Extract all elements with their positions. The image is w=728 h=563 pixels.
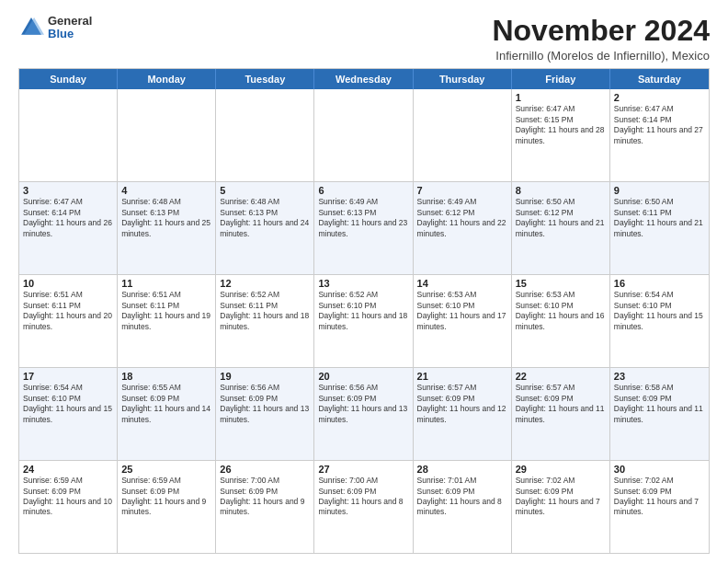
day-info: Sunrise: 6:57 AM Sunset: 6:09 PM Dayligh… [516, 383, 606, 425]
calendar-day-30: 30Sunrise: 7:02 AM Sunset: 6:09 PM Dayli… [610, 461, 709, 553]
day-info: Sunrise: 6:56 AM Sunset: 6:09 PM Dayligh… [318, 383, 408, 425]
calendar-empty-0-0 [19, 89, 118, 181]
weekday-header-thursday: Thursday [414, 69, 512, 89]
day-info: Sunrise: 6:58 AM Sunset: 6:09 PM Dayligh… [614, 383, 705, 425]
day-info: Sunrise: 6:53 AM Sunset: 6:10 PM Dayligh… [516, 290, 606, 332]
calendar-body: 1Sunrise: 6:47 AM Sunset: 6:15 PM Daylig… [19, 89, 709, 553]
day-number: 20 [318, 371, 408, 382]
day-number: 22 [516, 371, 606, 382]
day-info: Sunrise: 6:56 AM Sunset: 6:09 PM Dayligh… [220, 383, 310, 425]
day-info: Sunrise: 6:55 AM Sunset: 6:09 PM Dayligh… [121, 383, 211, 425]
subtitle: Infiernillo (Morelos de Infiernillo), Me… [492, 49, 710, 63]
calendar-day-2: 2Sunrise: 6:47 AM Sunset: 6:14 PM Daylig… [610, 89, 709, 181]
day-info: Sunrise: 6:52 AM Sunset: 6:10 PM Dayligh… [318, 290, 408, 332]
calendar-day-21: 21Sunrise: 6:57 AM Sunset: 6:09 PM Dayli… [414, 368, 512, 460]
day-number: 30 [614, 464, 705, 475]
day-info: Sunrise: 7:01 AM Sunset: 6:09 PM Dayligh… [417, 476, 507, 518]
day-number: 19 [220, 371, 310, 382]
day-number: 23 [614, 371, 705, 382]
calendar-day-17: 17Sunrise: 6:54 AM Sunset: 6:10 PM Dayli… [19, 368, 118, 460]
calendar-day-3: 3Sunrise: 6:47 AM Sunset: 6:14 PM Daylig… [19, 182, 118, 274]
day-info: Sunrise: 6:48 AM Sunset: 6:13 PM Dayligh… [220, 197, 310, 239]
calendar-day-14: 14Sunrise: 6:53 AM Sunset: 6:10 PM Dayli… [414, 275, 512, 367]
day-number: 24 [23, 464, 113, 475]
calendar-day-26: 26Sunrise: 7:00 AM Sunset: 6:09 PM Dayli… [216, 461, 314, 553]
logo-blue: Blue [48, 28, 92, 40]
calendar-day-22: 22Sunrise: 6:57 AM Sunset: 6:09 PM Dayli… [512, 368, 610, 460]
day-number: 14 [417, 278, 507, 289]
logo-text: General Blue [48, 15, 92, 41]
day-info: Sunrise: 6:52 AM Sunset: 6:11 PM Dayligh… [220, 290, 310, 332]
day-number: 10 [23, 278, 113, 289]
day-number: 5 [220, 185, 310, 196]
day-info: Sunrise: 6:59 AM Sunset: 6:09 PM Dayligh… [23, 476, 113, 518]
day-info: Sunrise: 6:50 AM Sunset: 6:12 PM Dayligh… [516, 197, 606, 239]
calendar-row-2: 10Sunrise: 6:51 AM Sunset: 6:11 PM Dayli… [19, 274, 709, 367]
calendar-row-4: 24Sunrise: 6:59 AM Sunset: 6:09 PM Dayli… [19, 460, 709, 553]
day-number: 3 [23, 185, 113, 196]
title-block: November 2024 Infiernillo (Morelos de In… [492, 15, 710, 63]
calendar-empty-0-1 [118, 89, 216, 181]
day-info: Sunrise: 6:54 AM Sunset: 6:10 PM Dayligh… [614, 290, 705, 332]
day-info: Sunrise: 7:00 AM Sunset: 6:09 PM Dayligh… [318, 476, 408, 518]
calendar-empty-0-4 [414, 89, 512, 181]
day-info: Sunrise: 6:50 AM Sunset: 6:11 PM Dayligh… [614, 197, 705, 239]
day-number: 15 [516, 278, 606, 289]
weekday-header-friday: Friday [512, 69, 610, 89]
day-info: Sunrise: 6:54 AM Sunset: 6:10 PM Dayligh… [23, 383, 113, 425]
calendar-day-15: 15Sunrise: 6:53 AM Sunset: 6:10 PM Dayli… [512, 275, 610, 367]
day-info: Sunrise: 7:02 AM Sunset: 6:09 PM Dayligh… [516, 476, 606, 518]
calendar-day-10: 10Sunrise: 6:51 AM Sunset: 6:11 PM Dayli… [19, 275, 118, 367]
day-info: Sunrise: 6:47 AM Sunset: 6:15 PM Dayligh… [516, 104, 606, 146]
calendar-header: SundayMondayTuesdayWednesdayThursdayFrid… [19, 69, 709, 89]
day-number: 9 [614, 185, 705, 196]
calendar-day-29: 29Sunrise: 7:02 AM Sunset: 6:09 PM Dayli… [512, 461, 610, 553]
calendar-day-12: 12Sunrise: 6:52 AM Sunset: 6:11 PM Dayli… [216, 275, 314, 367]
calendar-day-13: 13Sunrise: 6:52 AM Sunset: 6:10 PM Dayli… [314, 275, 413, 367]
calendar-empty-0-3 [314, 89, 413, 181]
calendar-day-19: 19Sunrise: 6:56 AM Sunset: 6:09 PM Dayli… [216, 368, 314, 460]
day-number: 1 [516, 92, 606, 103]
weekday-header-sunday: Sunday [19, 69, 118, 89]
calendar-day-23: 23Sunrise: 6:58 AM Sunset: 6:09 PM Dayli… [610, 368, 709, 460]
calendar-day-7: 7Sunrise: 6:49 AM Sunset: 6:12 PM Daylig… [414, 182, 512, 274]
day-number: 7 [417, 185, 507, 196]
logo-icon [18, 15, 44, 40]
weekday-header-saturday: Saturday [610, 69, 709, 89]
day-info: Sunrise: 6:48 AM Sunset: 6:13 PM Dayligh… [121, 197, 211, 239]
weekday-header-wednesday: Wednesday [314, 69, 413, 89]
day-info: Sunrise: 6:57 AM Sunset: 6:09 PM Dayligh… [417, 383, 507, 425]
calendar-day-9: 9Sunrise: 6:50 AM Sunset: 6:11 PM Daylig… [610, 182, 709, 274]
day-number: 25 [121, 464, 211, 475]
day-number: 17 [23, 371, 113, 382]
weekday-header-tuesday: Tuesday [216, 69, 314, 89]
day-number: 4 [121, 185, 211, 196]
day-number: 13 [318, 278, 408, 289]
calendar-day-20: 20Sunrise: 6:56 AM Sunset: 6:09 PM Dayli… [314, 368, 413, 460]
day-info: Sunrise: 7:00 AM Sunset: 6:09 PM Dayligh… [220, 476, 310, 518]
day-number: 27 [318, 464, 408, 475]
calendar-row-1: 3Sunrise: 6:47 AM Sunset: 6:14 PM Daylig… [19, 181, 709, 274]
day-number: 2 [614, 92, 705, 103]
calendar-day-1: 1Sunrise: 6:47 AM Sunset: 6:15 PM Daylig… [512, 89, 610, 181]
calendar-day-4: 4Sunrise: 6:48 AM Sunset: 6:13 PM Daylig… [118, 182, 216, 274]
calendar-day-16: 16Sunrise: 6:54 AM Sunset: 6:10 PM Dayli… [610, 275, 709, 367]
day-number: 28 [417, 464, 507, 475]
calendar: SundayMondayTuesdayWednesdayThursdayFrid… [18, 68, 710, 554]
day-info: Sunrise: 6:49 AM Sunset: 6:13 PM Dayligh… [318, 197, 408, 239]
day-number: 11 [121, 278, 211, 289]
calendar-day-11: 11Sunrise: 6:51 AM Sunset: 6:11 PM Dayli… [118, 275, 216, 367]
calendar-day-27: 27Sunrise: 7:00 AM Sunset: 6:09 PM Dayli… [314, 461, 413, 553]
header: General Blue November 2024 Infiernillo (… [18, 15, 710, 63]
calendar-row-0: 1Sunrise: 6:47 AM Sunset: 6:15 PM Daylig… [19, 89, 709, 181]
day-info: Sunrise: 6:53 AM Sunset: 6:10 PM Dayligh… [417, 290, 507, 332]
logo-general: General [48, 15, 92, 28]
day-info: Sunrise: 6:47 AM Sunset: 6:14 PM Dayligh… [23, 197, 113, 239]
day-info: Sunrise: 6:47 AM Sunset: 6:14 PM Dayligh… [614, 104, 705, 146]
calendar-day-18: 18Sunrise: 6:55 AM Sunset: 6:09 PM Dayli… [118, 368, 216, 460]
calendar-row-3: 17Sunrise: 6:54 AM Sunset: 6:10 PM Dayli… [19, 367, 709, 460]
day-number: 12 [220, 278, 310, 289]
day-number: 18 [121, 371, 211, 382]
day-number: 8 [516, 185, 606, 196]
day-info: Sunrise: 6:51 AM Sunset: 6:11 PM Dayligh… [121, 290, 211, 332]
